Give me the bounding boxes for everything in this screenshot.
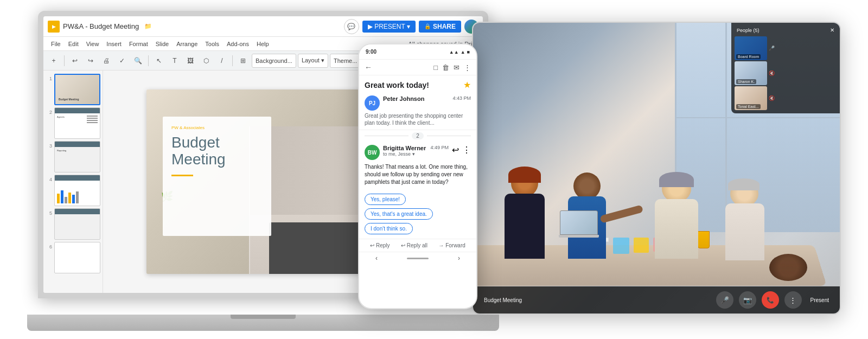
slide-thumb-6[interactable]: 6 — [46, 242, 100, 273]
gmail-reply-btn[interactable]: ↩ Reply — [370, 242, 390, 248]
menu-help[interactable]: Help — [253, 40, 272, 48]
meet-participant-2-label: Sharon K. — [736, 79, 756, 84]
chat-icon-btn[interactable]: 💬 — [344, 19, 359, 34]
gmail-header: ← □ 🗑 ✉ ⋮ — [359, 60, 476, 75]
menu-tools[interactable]: Tools — [202, 40, 222, 48]
gmail-back-button[interactable]: ← — [365, 63, 372, 72]
gmail-avatar-1: PJ — [365, 95, 380, 111]
toolbar-redo-btn[interactable]: ↪ — [84, 54, 98, 68]
meet-cam-button[interactable]: 📷 — [739, 291, 756, 309]
gmail-msg-2-icons: ↩ ⋮ — [452, 145, 471, 155]
meet-people-panel: People (5) ✕ Board Room 🎤 — [731, 23, 840, 113]
gmail-star[interactable]: ★ — [463, 80, 471, 90]
toolbar-shapes-btn[interactable]: ⬡ — [199, 54, 213, 68]
menu-view[interactable]: View — [83, 40, 103, 48]
meet-participant-3-mic[interactable]: 🔇 — [769, 95, 775, 101]
gmail-msg-1-header: PJ Peter Johnson 4:43 PM — [365, 95, 471, 111]
toolbar-divider-2 — [148, 55, 149, 66]
toolbar-extra-btn[interactable]: ⊞ — [236, 54, 250, 68]
present-button[interactable]: ▶ PRESENT ▾ — [362, 21, 416, 33]
archive-icon[interactable]: □ — [433, 63, 438, 72]
menu-arrange[interactable]: Arrange — [173, 40, 201, 48]
phone-nav-right[interactable]: › — [458, 254, 460, 262]
toolbar-spell-btn[interactable]: ✓ — [115, 54, 129, 68]
phone-nav-left[interactable]: ‹ — [375, 254, 378, 262]
person-3-body — [655, 199, 698, 259]
slide-thumbnail-5[interactable] — [54, 208, 100, 240]
meet-more-button[interactable]: ⋮ — [784, 291, 802, 309]
menu-insert[interactable]: Insert — [103, 40, 125, 48]
menu-file[interactable]: File — [48, 40, 64, 48]
toolbar-layout-btn[interactable]: Layout ▾ — [298, 54, 328, 68]
gmail-expand-count[interactable]: 2 — [412, 132, 424, 139]
meet-participant-2: Sharon K. 🔇 — [735, 61, 837, 85]
meet-mic-button[interactable]: 🎤 — [716, 291, 733, 309]
toolbar-line-btn[interactable]: / — [215, 54, 229, 68]
gmail-forward-btn[interactable]: → Forward — [438, 242, 465, 248]
toolbar-zoom-btn[interactable]: 🔍 — [131, 54, 145, 68]
meet-participant-2-mic[interactable]: 🔇 — [769, 71, 775, 76]
meet-participant-3-label: Tonal East... — [736, 104, 761, 109]
share-button[interactable]: SHARE — [419, 21, 461, 33]
meet-participant-3: Tonal East... 🔇 — [735, 86, 837, 110]
gmail-msg-2-time: 4:49 PM — [430, 145, 449, 150]
slide-thumbnail-4[interactable] — [54, 175, 100, 206]
meet-participant-main: Board Room 🎤 — [735, 36, 837, 60]
slide-thumb-5[interactable]: 5 — [46, 208, 100, 240]
reply-icon[interactable]: ↩ — [452, 145, 459, 155]
laptop-keyboard — [559, 235, 599, 238]
toolbar-text-btn[interactable]: T — [168, 54, 182, 68]
gmail-avatar-2: BW — [365, 145, 380, 160]
gmail-message-2: BW Brigitta Werner to me, Jesse ▾ 4:49 P… — [359, 142, 476, 189]
person-1-body — [505, 194, 545, 259]
meet-hangup-button[interactable]: 📞 — [762, 291, 779, 309]
toolbar-print-btn[interactable]: 🖨 — [99, 54, 113, 68]
menu-addons[interactable]: Add-ons — [224, 40, 252, 48]
phone: 9:00 ▲▲ ▲ ■ ← □ 🗑 ✉ ⋮ Great work today! … — [358, 43, 477, 309]
phone-status-bar: 9:00 ▲▲ ▲ ■ — [359, 44, 476, 60]
meet-board-room-label: Board Room — [736, 54, 761, 59]
toolbar-cursor-btn[interactable]: ↖ — [152, 54, 166, 68]
slide-thumbnail-1[interactable]: Budget Meeting — [54, 74, 100, 105]
meet-present-label[interactable]: Present — [810, 297, 829, 303]
gmail-replyall-btn[interactable]: ↩ Reply all — [401, 242, 427, 248]
toolbar-add-btn[interactable]: + — [47, 54, 61, 68]
gmail-sender-2-name: Brigitta Werner — [383, 145, 427, 151]
more-icon[interactable]: ⋮ — [464, 63, 471, 72]
gmail-msg-2-body: Thanks! That means a lot. One more thing… — [365, 163, 471, 186]
meet-people-label: People (5) — [737, 28, 760, 33]
toolbar-theme-btn[interactable]: Theme... — [330, 54, 361, 68]
gmail-sender-2-info: Brigitta Werner to me, Jesse ▾ — [383, 145, 427, 157]
slides-app-icon — [48, 21, 60, 33]
menu-edit[interactable]: Edit — [65, 40, 82, 48]
mail-icon[interactable]: ✉ — [454, 63, 459, 72]
smart-reply-3[interactable]: I don't think so. — [365, 223, 413, 234]
meet-participant-thumb-3: Tonal East... — [735, 86, 767, 110]
phone-status-icons: ▲▲ ▲ ■ — [449, 49, 470, 55]
meet-participant-1-mic[interactable]: 🎤 — [769, 46, 775, 51]
meeting-background: People (5) ✕ Board Room 🎤 — [473, 23, 840, 314]
delete-icon[interactable]: 🗑 — [442, 63, 449, 72]
slide-thumbnail-2[interactable]: Agenda — [54, 107, 100, 139]
smart-reply-1[interactable]: Yes, please! — [365, 194, 406, 205]
phone-home-bar — [407, 258, 429, 259]
meet-participant-thumb-main: Board Room — [735, 36, 767, 60]
toolbar-undo-btn[interactable]: ↩ — [68, 54, 82, 68]
menu-slide[interactable]: Slide — [152, 40, 172, 48]
meet-bottom-bar: Budget Meeting 🎤 📷 📞 ⋮ Present — [473, 286, 840, 314]
meet-close-icon[interactable]: ✕ — [830, 27, 834, 33]
gmail-sender-1-name: Peter Johnson — [383, 95, 449, 102]
toolbar-background-btn[interactable]: Background... — [252, 54, 296, 68]
smart-reply-2[interactable]: Yes, that's a great idea. — [365, 208, 433, 220]
slide-thumb-3[interactable]: 3 Reporting — [46, 141, 100, 172]
slide-thumb-1[interactable]: 1 Budget Meeting — [46, 74, 100, 105]
menu-format[interactable]: Format — [126, 40, 151, 48]
more-msg-icon[interactable]: ⋮ — [462, 145, 471, 155]
person-4 — [723, 181, 766, 262]
slide-thumb-2[interactable]: 2 Agenda — [46, 107, 100, 139]
toolbar-image-btn[interactable]: 🖼 — [183, 54, 197, 68]
slide-thumbnail-6[interactable] — [54, 242, 100, 273]
slide-thumb-4[interactable]: 4 — [46, 175, 100, 206]
slide-thumbnail-3[interactable]: Reporting — [54, 141, 100, 172]
slide-title: Budget Meeting — [171, 135, 263, 168]
